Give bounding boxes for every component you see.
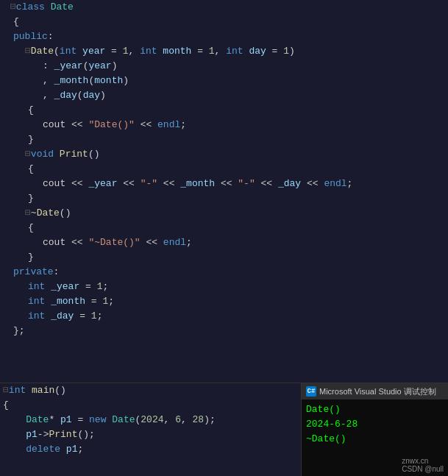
terminal-output-line: 2024-6-28 xyxy=(306,417,444,432)
code-line: : _year(year) xyxy=(10,59,448,74)
code-line: } xyxy=(10,250,448,265)
watermark: znwx.cn CSDN @null xyxy=(402,457,444,473)
terminal-output-line: ~Date() xyxy=(306,432,444,447)
code-line: cout << _year << "-" << _month << "-" <<… xyxy=(10,177,448,191)
vs-icon-text: C# xyxy=(307,388,316,395)
code-line: } xyxy=(10,191,448,206)
code-line: ⊟void Print() xyxy=(10,147,448,162)
terminal: C# Microsoft Visual Studio 调试控制 Date()20… xyxy=(301,383,448,476)
code-line: , _month(month) xyxy=(10,74,448,88)
code-line: int _year = 1; xyxy=(10,280,448,294)
code-line: ⊟Date(int year = 1, int month = 1, int d… xyxy=(10,44,448,59)
code-line: cout << "Date()" << endl; xyxy=(10,118,448,132)
terminal-header: C# Microsoft Visual Studio 调试控制 xyxy=(302,383,448,399)
code-line: ⊟~Date() xyxy=(10,206,448,221)
code-line: { xyxy=(10,162,448,177)
terminal-title: Microsoft Visual Studio 调试控制 xyxy=(319,386,444,397)
code-line: ⊟class Date xyxy=(10,0,448,15)
terminal-output-line: Date() xyxy=(306,402,444,417)
code-line: { xyxy=(10,103,448,118)
code-editor: ⊟class Date{public:⊟Date(int year = 1, i… xyxy=(0,0,448,383)
main-code-line: { xyxy=(0,398,301,413)
code-content: ⊟class Date{public:⊟Date(int year = 1, i… xyxy=(10,0,448,383)
code-line: { xyxy=(10,221,448,235)
code-line: int _month = 1; xyxy=(10,294,448,309)
code-line: { xyxy=(10,15,448,29)
vs-icon: C# xyxy=(306,386,316,397)
main-code-line: ⊟int main() xyxy=(0,383,301,398)
gutter xyxy=(0,0,10,383)
code-line: private: xyxy=(10,265,448,280)
code-line: cout << "~Date()" << endl; xyxy=(10,235,448,250)
code-line: int _day = 1; xyxy=(10,309,448,324)
terminal-body: Date()2024-6-28~Date() xyxy=(302,399,448,450)
main-code-line: Date* p1 = new Date(2024, 6, 28); xyxy=(0,413,301,427)
code-line: } xyxy=(10,132,448,147)
code-line: }; xyxy=(10,324,448,338)
code-line: , _day(day) xyxy=(10,88,448,103)
main-code-line: delete p1; xyxy=(0,442,301,457)
main-code-line: p1->Print(); xyxy=(0,427,301,442)
code-line: public: xyxy=(10,29,448,44)
main-code: ⊟int main(){ Date* p1 = new Date(2024, 6… xyxy=(0,383,301,476)
bottom-panel: ⊟int main(){ Date* p1 = new Date(2024, 6… xyxy=(0,383,448,476)
